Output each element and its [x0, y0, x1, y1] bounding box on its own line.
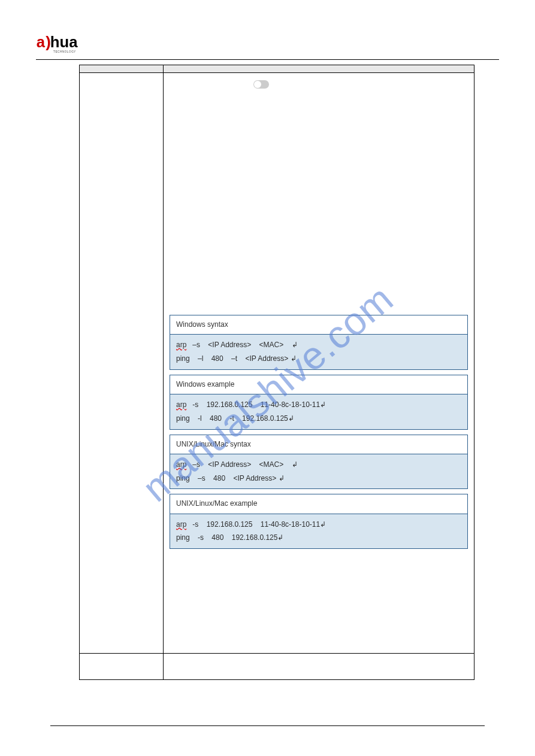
code-body: arp -s 192.168.0.125 11-40-8c-18-10-11↲ …	[170, 514, 467, 549]
code-body: arp –s <IP Address> <MAC> ↲ ping –s 480 …	[170, 454, 467, 489]
toggle-icon[interactable]	[253, 80, 269, 89]
svg-text:TECHNOLOGY: TECHNOLOGY	[53, 50, 76, 53]
table-header-row	[80, 65, 474, 73]
table-row: Windows syntax arp –s <IP Address> <MAC>…	[80, 73, 474, 654]
svg-text:hua: hua	[50, 34, 78, 50]
desc-cell: Windows syntax arp –s <IP Address> <MAC>…	[164, 73, 474, 654]
code-block-unix-syntax: UNIX/Linux/Mac syntax arp –s <IP Address…	[170, 435, 468, 490]
code-title: UNIX/Linux/Mac syntax	[170, 435, 467, 454]
code-block-unix-example: UNIX/Linux/Mac example arp -s 192.168.0.…	[170, 494, 468, 549]
parameter-table: Windows syntax arp –s <IP Address> <MAC>…	[79, 65, 474, 680]
code-block-windows-example: Windows example arp -s 192.168.0.125 11-…	[170, 375, 468, 430]
code-body: arp -s 192.168.0.125 11-40-8c-18-10-11↲ …	[170, 394, 467, 429]
code-body: arp –s <IP Address> <MAC> ↲ ping –l 480 …	[170, 335, 467, 369]
header-divider	[36, 59, 499, 60]
code-block-windows-syntax: Windows syntax arp –s <IP Address> <MAC>…	[170, 315, 468, 370]
code-title: Windows syntax	[170, 315, 467, 335]
brand-logo: a ) hua TECHNOLOGY	[36, 34, 114, 55]
header-parameter	[80, 65, 164, 73]
desc-cell-2	[164, 654, 474, 680]
param-cell-2	[80, 654, 164, 680]
param-cell	[80, 73, 164, 654]
svg-text:a: a	[37, 34, 46, 50]
table-row	[80, 654, 474, 680]
code-title: UNIX/Linux/Mac example	[170, 494, 467, 514]
logo-area: a ) hua TECHNOLOGY	[36, 34, 499, 60]
code-title: Windows example	[170, 375, 467, 394]
page-footer	[50, 725, 485, 730]
header-description	[164, 65, 474, 73]
